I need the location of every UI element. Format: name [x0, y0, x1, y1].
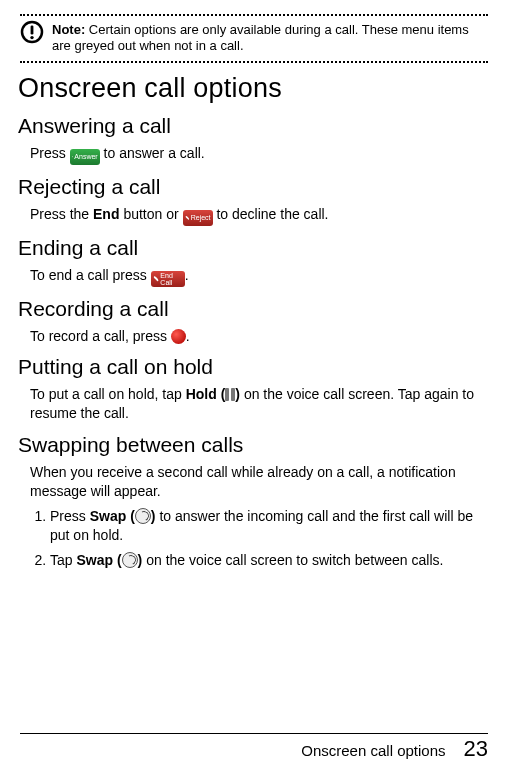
text: ): [138, 552, 143, 568]
heading-recording: Recording a call: [18, 297, 488, 321]
text: on the voice call screen to switch betwe…: [146, 552, 443, 568]
svg-point-2: [30, 36, 33, 39]
para-rejecting: Press the End button or Reject to declin…: [30, 205, 488, 226]
answer-button-label: Answer: [74, 153, 97, 160]
note-text: Note: Certain options are only available…: [52, 22, 488, 55]
text: .: [185, 267, 189, 283]
note-body: Certain options are only available durin…: [52, 22, 469, 53]
footer-title: Onscreen call options: [301, 742, 445, 759]
text: Press the: [30, 206, 93, 222]
heading-swap: Swapping between calls: [18, 433, 488, 457]
para-swap-intro: When you receive a second call while alr…: [30, 463, 488, 501]
note-box: Note: Certain options are only available…: [20, 14, 488, 63]
text: Tap: [50, 552, 76, 568]
answer-button-icon: Answer: [70, 149, 100, 165]
heading-answering: Answering a call: [18, 114, 488, 138]
text: ): [151, 508, 156, 524]
para-recording: To record a call, press .: [30, 327, 488, 346]
endcall-button-icon: End Call: [151, 271, 185, 287]
page-number: 23: [464, 736, 488, 762]
page: Note: Certain options are only available…: [0, 0, 508, 774]
swap-word: Swap: [76, 552, 113, 568]
text: To record a call, press: [30, 328, 171, 344]
swap-steps: Press Swap () to answer the incoming cal…: [30, 507, 488, 570]
page-footer: Onscreen call options 23: [301, 736, 488, 762]
text: To end a call press: [30, 267, 151, 283]
record-icon: [171, 329, 186, 344]
swap-icon: [122, 552, 138, 568]
text: (: [217, 386, 226, 402]
alert-icon: [20, 20, 44, 44]
pause-icon: [225, 388, 235, 401]
swap-step-2: Tap Swap () on the voice call screen to …: [50, 551, 488, 570]
text: .: [186, 328, 190, 344]
footer-rule: [20, 733, 488, 734]
endcall-button-label: End Call: [160, 272, 182, 286]
reject-button-icon: Reject: [183, 210, 213, 226]
reject-button-label: Reject: [191, 214, 211, 221]
text: to decline the call.: [216, 206, 328, 222]
para-hold: To put a call on hold, tap Hold () on th…: [30, 385, 488, 423]
page-title: Onscreen call options: [18, 73, 488, 104]
text: button or: [123, 206, 182, 222]
heading-hold: Putting a call on hold: [18, 355, 488, 379]
note-label: Note:: [52, 22, 85, 37]
swap-icon: [135, 508, 151, 524]
para-ending: To end a call press End Call .: [30, 266, 488, 287]
text: (: [126, 508, 135, 524]
text: to answer a call.: [104, 145, 205, 161]
swap-word: Swap: [90, 508, 127, 524]
heading-rejecting: Rejecting a call: [18, 175, 488, 199]
text: ): [235, 386, 240, 402]
para-answering: Press Answer to answer a call.: [30, 144, 488, 165]
end-word: End: [93, 206, 119, 222]
text: Press: [30, 145, 70, 161]
svg-rect-1: [31, 26, 34, 35]
text: Press: [50, 508, 90, 524]
swap-step-1: Press Swap () to answer the incoming cal…: [50, 507, 488, 545]
hold-word: Hold: [186, 386, 217, 402]
heading-ending: Ending a call: [18, 236, 488, 260]
text: (: [113, 552, 122, 568]
text: To put a call on hold, tap: [30, 386, 186, 402]
